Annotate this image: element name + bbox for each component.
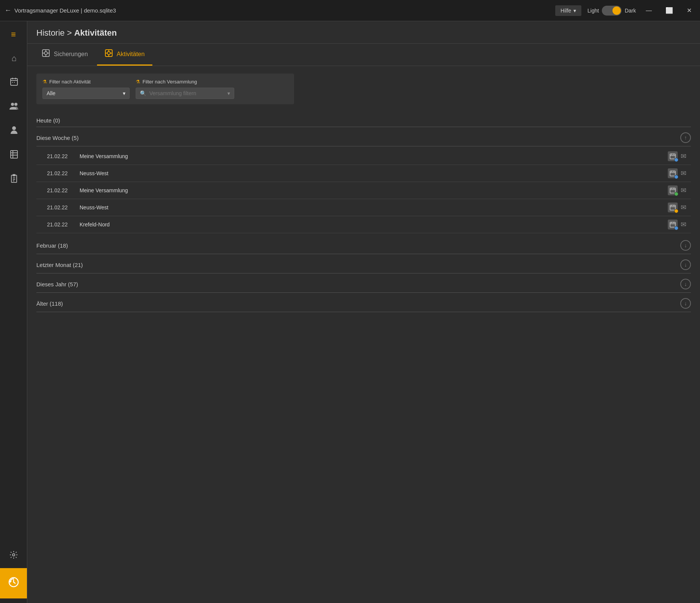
- list-item[interactable]: 21.02.22 Neuss-West: [36, 199, 691, 216]
- sicherungen-icon: [42, 49, 50, 59]
- activity-name: Neuss-West: [80, 204, 662, 210]
- activity-filter-group: ⚗ Filter nach Aktivität Alle ▾: [42, 79, 130, 99]
- list-item[interactable]: 21.02.22 Neuss-West: [36, 165, 691, 182]
- activity-icons: ✉: [668, 151, 686, 161]
- section-aelter: Älter (118) ↓: [36, 294, 691, 312]
- menu-icon[interactable]: ≡: [7, 26, 20, 43]
- mail-icon: ✉: [681, 169, 686, 177]
- calendar-activity-icon: [668, 185, 678, 195]
- tab-sicherungen[interactable]: Sicherungen: [34, 44, 96, 66]
- cal-badge-blue: [674, 158, 678, 162]
- calendar-activity-icon: [668, 203, 678, 212]
- activity-icons: ✉: [668, 203, 686, 212]
- activity-date: 21.02.22: [47, 221, 74, 228]
- section-dieses-jahr-toggle[interactable]: ↓: [680, 279, 691, 289]
- history-button[interactable]: [0, 568, 27, 598]
- section-heute-header[interactable]: Heute (0): [36, 113, 691, 127]
- page-title: Historie > Aktivitäten: [36, 28, 691, 38]
- assembly-filter-group: ⚗ Filter nach Versammlung 🔍 ▾: [136, 79, 234, 99]
- svg-point-23: [107, 52, 110, 55]
- section-februar-toggle[interactable]: ↓: [680, 240, 691, 251]
- list-item[interactable]: 21.02.22 Meine Versammlung: [36, 148, 691, 165]
- section-diese-woche-toggle[interactable]: ↑: [680, 132, 691, 143]
- section-heute: Heute (0): [36, 113, 691, 127]
- close-button[interactable]: ✕: [683, 5, 695, 16]
- section-diese-woche: Diese Woche (5) ↑ 21.02.22 Meine Versamm…: [36, 129, 691, 235]
- list-item[interactable]: 21.02.22 Meine Versammlung: [36, 182, 691, 199]
- mail-icon: ✉: [681, 203, 686, 212]
- mail-icon: ✉: [681, 152, 686, 160]
- app-layout: ≡ ⌂: [0, 21, 700, 603]
- tab-aktivitaeten[interactable]: Aktivitäten: [97, 44, 152, 66]
- sidebar-item-home[interactable]: ⌂: [0, 46, 27, 71]
- section-aelter-toggle[interactable]: ↓: [680, 298, 691, 309]
- theme-toggle[interactable]: Light Dark: [587, 6, 636, 16]
- section-letzter-monat-toggle[interactable]: ↓: [680, 259, 691, 270]
- theme-switch-thumb: [612, 6, 621, 15]
- dark-label: Dark: [625, 8, 636, 14]
- back-button[interactable]: ← Vortragsmanager DeLuxe | demo.sqlite3: [5, 6, 116, 14]
- assembly-filter-dropdown-icon: ▾: [227, 90, 230, 96]
- activity-filter-dropdown-icon: ▾: [123, 90, 125, 96]
- section-letzter-monat-header[interactable]: Letzter Monat (21) ↓: [36, 256, 691, 273]
- cal-badge-orange: [674, 209, 678, 213]
- sidebar-item-person[interactable]: [0, 119, 27, 143]
- activity-date: 21.02.22: [47, 170, 74, 176]
- mail-icon: ✉: [681, 186, 686, 195]
- back-arrow-icon: ←: [5, 6, 11, 14]
- activity-icons: ✉: [668, 220, 686, 229]
- activity-name: Krefeld-Nord: [80, 221, 662, 228]
- theme-switch[interactable]: [602, 6, 622, 16]
- hilfe-button[interactable]: Hilfe ▾: [555, 5, 581, 16]
- section-februar-title: Februar (18): [36, 242, 68, 249]
- list-item[interactable]: 21.02.22 Krefeld-Nord: [36, 216, 691, 233]
- sidebar-item-calendar[interactable]: [0, 71, 27, 95]
- tabs-bar: Sicherungen Aktivitäten: [27, 44, 700, 66]
- assembly-filter-label-text: Filter nach Versammlung: [143, 79, 197, 85]
- filter-assembly-icon: ⚗: [136, 79, 140, 85]
- breadcrumb: Historie >: [36, 28, 74, 38]
- aktivitaeten-icon: [105, 49, 113, 59]
- section-heute-title: Heute (0): [36, 117, 60, 124]
- history-icon: [8, 576, 20, 591]
- section-aelter-title: Älter (118): [36, 300, 63, 307]
- section-februar-header[interactable]: Februar (18) ↓: [36, 236, 691, 254]
- svg-point-6: [11, 103, 14, 106]
- svg-point-21: [44, 52, 47, 55]
- section-dieses-jahr-header[interactable]: Dieses Jahr (57) ↓: [36, 275, 691, 293]
- activity-filter-select[interactable]: Alle ▾: [42, 88, 130, 99]
- sidebar-item-clipboard[interactable]: [0, 168, 27, 192]
- calendar-activity-icon: [668, 151, 678, 161]
- calendar-icon: [9, 77, 19, 88]
- calendar-activity-icon: [668, 220, 678, 229]
- filter-bar: ⚗ Filter nach Aktivität Alle ▾ ⚗ Filter …: [36, 74, 294, 104]
- hilfe-label: Hilfe: [561, 8, 571, 14]
- assembly-filter-label: ⚗ Filter nach Versammlung: [136, 79, 234, 85]
- svg-point-18: [13, 554, 15, 556]
- sidebar: ≡ ⌂: [0, 21, 27, 603]
- activity-icons: ✉: [668, 168, 686, 178]
- excel-icon: [10, 150, 18, 161]
- sidebar-item-group[interactable]: [0, 95, 27, 119]
- minimize-button[interactable]: —: [642, 6, 656, 16]
- tab-sicherungen-label: Sicherungen: [54, 51, 88, 58]
- maximize-button[interactable]: ⬜: [662, 5, 677, 16]
- home-icon: ⌂: [11, 53, 16, 63]
- assembly-search-input[interactable]: [149, 90, 224, 96]
- activity-list-diese-woche: 21.02.22 Meine Versammlung: [36, 146, 691, 235]
- light-label: Light: [587, 8, 599, 14]
- svg-rect-9: [11, 151, 17, 158]
- page-title-main: Aktivitäten: [74, 28, 117, 38]
- sidebar-item-excel[interactable]: [0, 143, 27, 168]
- activity-filter-value: Alle: [47, 90, 55, 96]
- person-icon: [10, 126, 18, 137]
- section-diese-woche-header[interactable]: Diese Woche (5) ↑: [36, 129, 691, 146]
- settings-button[interactable]: [0, 544, 27, 568]
- section-aelter-header[interactable]: Älter (118) ↓: [36, 294, 691, 312]
- settings-icon: [9, 550, 18, 562]
- activity-filter-label: ⚗ Filter nach Aktivität: [42, 79, 130, 85]
- section-letzter-monat-title: Letzter Monat (21): [36, 262, 83, 268]
- assembly-filter-search[interactable]: 🔍 ▾: [136, 88, 234, 99]
- section-dieses-jahr: Dieses Jahr (57) ↓: [36, 275, 691, 293]
- cal-badge-blue: [674, 226, 678, 230]
